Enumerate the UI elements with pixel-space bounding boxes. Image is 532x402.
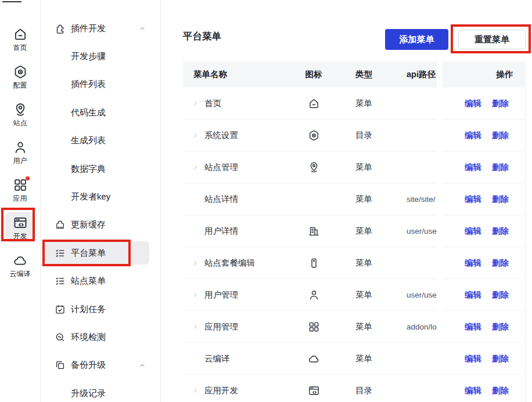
table-row-站点管理: 站点管理菜单编辑删除 bbox=[183, 151, 526, 183]
submenu-item-label: 插件开发 bbox=[71, 23, 106, 34]
fixed-column-gap bbox=[437, 343, 443, 375]
reset-menu-button[interactable]: 重置菜单 bbox=[458, 30, 526, 49]
menu-icon-cell bbox=[287, 375, 340, 402]
submenu-item-数据字典[interactable]: 数据字典 bbox=[41, 155, 160, 183]
expand-chevron-right-icon[interactable] bbox=[192, 132, 200, 139]
rail-item-home[interactable]: 首页 bbox=[5, 23, 35, 55]
row-actions-cell: 编辑删除 bbox=[443, 343, 526, 375]
api-path-cell bbox=[392, 88, 437, 119]
api-path-cell: user/use bbox=[392, 279, 437, 311]
setting-icon bbox=[13, 64, 28, 79]
menu-name-cell: 云编译 bbox=[183, 343, 287, 375]
app-window: 首页配置站点用户应用开发云编译 插件开发开发步骤插件列表代码生成生成列表数据字典… bbox=[0, 0, 532, 402]
submenu-item-label: 平台菜单 bbox=[71, 248, 106, 259]
submenu-item-计划任务[interactable]: 计划任务 bbox=[41, 295, 160, 323]
delete-link[interactable]: 删除 bbox=[492, 353, 509, 364]
delete-link[interactable]: 删除 bbox=[492, 385, 509, 396]
menu-name-cell: 用户管理 bbox=[183, 279, 287, 311]
submenu-item-站点菜单[interactable]: 站点菜单 bbox=[41, 267, 160, 295]
table-row-云编译: 云编译菜单编辑删除 bbox=[183, 343, 526, 375]
table-header-row: 菜单名称图标类型api路径操作 bbox=[183, 61, 526, 88]
submenu-item-label: 插件列表 bbox=[71, 79, 106, 90]
submenu-item-插件列表[interactable]: 插件列表 bbox=[41, 71, 160, 99]
submenu-item-平台菜单[interactable]: 平台菜单 bbox=[45, 241, 149, 265]
submenu-item-环境检测[interactable]: 环境检测 bbox=[41, 323, 160, 351]
menu-icon-cell bbox=[287, 215, 340, 247]
edit-link[interactable]: 编辑 bbox=[465, 162, 481, 173]
menu-name: 站点管理 bbox=[204, 162, 238, 173]
table-row-系统设置: 系统设置目录编辑删除 bbox=[183, 119, 526, 151]
rail-item-label: 用户 bbox=[13, 157, 27, 164]
caret-up-icon bbox=[138, 361, 146, 370]
menu-name: 应用管理 bbox=[204, 321, 238, 332]
expand-chevron-right-icon[interactable] bbox=[192, 100, 200, 107]
main-content: 平台菜单 添加菜单 重置菜单 菜单名称图标类型api路径操作 首页菜单编辑删除系… bbox=[161, 0, 532, 402]
edit-link[interactable]: 编辑 bbox=[465, 385, 481, 396]
site-icon bbox=[308, 161, 320, 173]
submenu-item-label: 开发者key bbox=[71, 191, 110, 202]
rail-item-site[interactable]: 站点 bbox=[5, 99, 35, 130]
submenu-item-label: 备份升级 bbox=[71, 360, 106, 371]
row-actions-cell: 编辑删除 bbox=[443, 279, 526, 311]
cloud-icon bbox=[13, 253, 28, 268]
submenu-item-开发步骤[interactable]: 开发步骤 bbox=[41, 42, 160, 70]
menu-type-cell: 菜单 bbox=[340, 343, 392, 375]
submenu-item-label: 代码生成 bbox=[71, 107, 106, 118]
menu-name-cell: 站点套餐编辑 bbox=[183, 247, 287, 279]
fixed-column-gap bbox=[437, 311, 443, 343]
delete-link[interactable]: 删除 bbox=[492, 130, 509, 141]
expand-chevron-right-icon[interactable] bbox=[192, 387, 200, 394]
submenu-item-代码生成[interactable]: 代码生成 bbox=[41, 99, 160, 126]
delete-link[interactable]: 删除 bbox=[492, 162, 509, 173]
reset-button-wrap: 重置菜单 bbox=[458, 30, 526, 49]
delete-link[interactable]: 删除 bbox=[492, 98, 509, 109]
expand-chevron-right-icon[interactable] bbox=[192, 323, 200, 331]
menu-type-cell: 菜单 bbox=[340, 151, 392, 183]
expand-chevron-right-icon[interactable] bbox=[192, 259, 200, 267]
backup-icon bbox=[55, 360, 66, 371]
rail-item-dev[interactable]: 开发 bbox=[5, 212, 35, 243]
submenu-item-备份升级[interactable]: 备份升级 bbox=[41, 352, 160, 379]
menu-type-cell: 菜单 bbox=[340, 183, 392, 215]
site-icon bbox=[13, 102, 28, 117]
edit-link[interactable]: 编辑 bbox=[465, 194, 481, 205]
menu-name-cell: 系统设置 bbox=[183, 119, 287, 151]
home-icon bbox=[13, 27, 28, 42]
edit-link[interactable]: 编辑 bbox=[465, 258, 481, 269]
edit-link[interactable]: 编辑 bbox=[465, 130, 481, 141]
rail-item-apps[interactable]: 应用 bbox=[5, 174, 35, 205]
expand-chevron-right-icon[interactable] bbox=[192, 291, 200, 299]
rail-item-user[interactable]: 用户 bbox=[5, 136, 35, 168]
delete-link[interactable]: 删除 bbox=[492, 194, 509, 205]
rail-item-label: 开发 bbox=[13, 233, 27, 240]
menu-type-cell: 目录 bbox=[340, 119, 392, 151]
edit-link[interactable]: 编辑 bbox=[465, 321, 481, 332]
fixed-column-gap bbox=[437, 375, 443, 402]
delete-link[interactable]: 删除 bbox=[492, 258, 509, 269]
edit-link[interactable]: 编辑 bbox=[465, 98, 481, 109]
submenu-item-开发者key[interactable]: 开发者key bbox=[41, 183, 160, 211]
delete-link[interactable]: 删除 bbox=[492, 289, 509, 300]
rail-item-setting[interactable]: 配置 bbox=[5, 61, 35, 92]
submenu-item-插件开发[interactable]: 插件开发 bbox=[41, 15, 160, 42]
menu-name: 首页 bbox=[204, 98, 221, 109]
edit-link[interactable]: 编辑 bbox=[465, 226, 481, 237]
notification-badge-dot bbox=[26, 176, 30, 180]
edit-link[interactable]: 编辑 bbox=[465, 353, 481, 364]
menu-name: 云编译 bbox=[204, 353, 230, 364]
row-actions-cell: 编辑删除 bbox=[443, 247, 526, 279]
submenu-item-更新缓存[interactable]: 更新缓存 bbox=[41, 211, 160, 239]
delete-link[interactable]: 删除 bbox=[492, 321, 509, 332]
page-title: 平台菜单 bbox=[183, 30, 221, 43]
api-path-cell: addon/lo bbox=[392, 311, 437, 343]
table-row-应用开发: 应用开发目录编辑删除 bbox=[183, 375, 526, 402]
submenu-item-生成列表[interactable]: 生成列表 bbox=[41, 127, 160, 155]
add-menu-button[interactable]: 添加菜单 bbox=[385, 29, 448, 50]
expand-chevron-right-icon[interactable] bbox=[192, 164, 200, 171]
delete-link[interactable]: 删除 bbox=[492, 226, 509, 237]
rail-item-cloud[interactable]: 云编译 bbox=[5, 249, 35, 281]
rail-item-label: 云编译 bbox=[10, 270, 31, 277]
table-row-用户详情: 用户详情菜单user/use编辑删除 bbox=[183, 215, 526, 247]
edit-link[interactable]: 编辑 bbox=[465, 289, 481, 300]
submenu-item-升级记录[interactable]: 升级记录 bbox=[41, 379, 160, 402]
